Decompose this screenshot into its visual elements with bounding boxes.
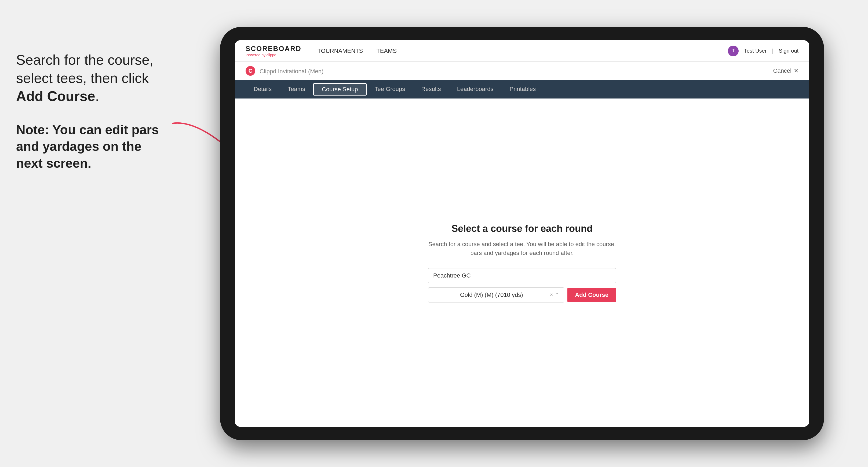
content-description: Search for a course and select a tee. Yo… <box>428 240 616 257</box>
tablet-screen: SCOREBOARD Powered by clippd TOURNAMENTS… <box>235 40 809 427</box>
tab-bar: Details Teams Course Setup Tee Groups Re… <box>235 80 809 98</box>
tee-select-controls: × ⌃ <box>550 292 559 298</box>
search-instruction: Search for the course, select tees, then… <box>16 51 166 105</box>
tablet-device: SCOREBOARD Powered by clippd TOURNAMENTS… <box>220 27 824 440</box>
logo: SCOREBOARD Powered by clippd <box>246 44 302 57</box>
tab-tee-groups[interactable]: Tee Groups <box>367 80 413 98</box>
tournament-header: C Clippd Invitational (Men) Cancel ✕ <box>235 62 809 80</box>
nav-right: T Test User | Sign out <box>728 45 799 56</box>
content-title: Select a course for each round <box>428 223 616 234</box>
add-course-emphasis: Add Course <box>16 88 95 104</box>
tee-select-value: Gold (M) (M) (7010 yds) <box>433 291 550 299</box>
user-label: Test User <box>744 48 767 54</box>
note-text: Note: You can edit pars and yardages on … <box>16 122 166 172</box>
annotation-area: Search for the course, select tees, then… <box>0 40 183 183</box>
tab-printables[interactable]: Printables <box>501 80 544 98</box>
course-search-input[interactable] <box>428 268 616 283</box>
logo-sub: Powered by clippd <box>246 53 302 57</box>
tab-leaderboards[interactable]: Leaderboards <box>449 80 502 98</box>
add-course-button[interactable]: Add Course <box>567 288 616 302</box>
tab-results[interactable]: Results <box>413 80 449 98</box>
tee-select[interactable]: Gold (M) (M) (7010 yds) × ⌃ <box>428 287 564 303</box>
nav-teams[interactable]: TEAMS <box>376 48 397 55</box>
tab-course-setup[interactable]: Course Setup <box>313 83 367 96</box>
top-navbar: SCOREBOARD Powered by clippd TOURNAMENTS… <box>235 40 809 62</box>
pipe-separator: | <box>772 48 773 54</box>
user-avatar: T <box>728 45 739 56</box>
cancel-button[interactable]: Cancel ✕ <box>773 67 799 74</box>
tournament-icon: C <box>246 66 255 76</box>
course-setup-box: Select a course for each round Search fo… <box>428 223 616 303</box>
nav-tournaments[interactable]: TOURNAMENTS <box>317 48 363 55</box>
tee-select-row: Gold (M) (M) (7010 yds) × ⌃ Add Course <box>428 287 616 303</box>
tab-teams[interactable]: Teams <box>280 80 313 98</box>
main-content: Select a course for each round Search fo… <box>235 98 809 427</box>
logo-text: SCOREBOARD <box>246 44 302 53</box>
sign-out-link[interactable]: Sign out <box>779 48 799 54</box>
tournament-name: Clippd Invitational (Men) <box>259 67 773 75</box>
nav-links: TOURNAMENTS TEAMS <box>317 48 728 55</box>
tee-clear-button[interactable]: × <box>550 292 553 298</box>
tab-details[interactable]: Details <box>246 80 280 98</box>
tee-chevron-icon: ⌃ <box>555 292 559 298</box>
